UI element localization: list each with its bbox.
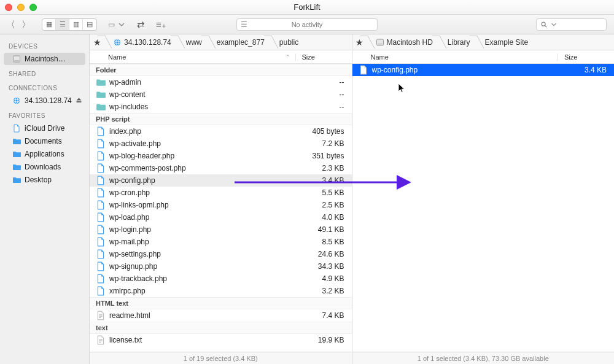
php-icon	[96, 163, 106, 173]
file-name: wp-admin	[109, 78, 295, 87]
file-row[interactable]: wp-signup.php 34.3 KB	[90, 260, 352, 273]
maximize-window-button[interactable]	[29, 4, 37, 11]
file-row[interactable]: wp-load.php 4.0 KB	[90, 211, 352, 223]
file-row[interactable]: wp-login.php 49.1 KB	[90, 223, 352, 236]
file-name: wp-load.php	[109, 213, 295, 222]
sidebar-section-header: FAVORITES	[0, 107, 89, 122]
file-size: 3.4 KB	[295, 176, 352, 185]
view-mode-segmented[interactable]: ▦ ☰ ▥ ▤	[42, 18, 97, 31]
main-area: DEVICES Macintosh… SHAREDCONNECTIONS 34.…	[0, 34, 614, 364]
file-row[interactable]: readme.html 7.4 KB	[90, 309, 352, 322]
hdd-icon	[376, 38, 384, 47]
status-bar: 1 of 1 selected (3.4 KB), 73.30 GB avail…	[352, 352, 615, 364]
php-icon	[96, 225, 106, 234]
file-name: wp-content	[109, 90, 295, 99]
sidebar-item[interactable]: iCloud Drive	[4, 122, 85, 134]
breadcrumb-label: Macintosh HD	[387, 38, 433, 47]
file-row[interactable]: wp-settings.php 24.6 KB	[90, 248, 352, 260]
file-list[interactable]: wp-config.php 3.4 KB	[352, 64, 615, 352]
file-row[interactable]: xmlrpc.php 3.2 KB	[90, 285, 352, 297]
file-size: 7.2 KB	[295, 139, 352, 148]
file-name: wp-includes	[109, 103, 295, 111]
column-size[interactable]: Size	[558, 53, 614, 61]
breadcrumb-label: 34.130.128.74	[124, 38, 171, 47]
folder-icon	[12, 137, 21, 145]
breadcrumb-item[interactable]: Example Site	[476, 34, 535, 50]
transfer-queue-button[interactable]: ≡₊	[156, 20, 166, 29]
breadcrumb-item[interactable]: public	[271, 34, 305, 50]
column-size[interactable]: Size	[295, 53, 352, 61]
php-icon	[96, 126, 106, 136]
file-size: 2.3 KB	[295, 164, 352, 172]
file-row[interactable]: wp-mail.php 8.5 KB	[90, 236, 352, 248]
globe-icon	[12, 96, 21, 105]
file-name: license.txt	[109, 336, 295, 344]
php-icon	[96, 212, 106, 222]
file-name: wp-signup.php	[109, 262, 295, 271]
folder-icon	[96, 77, 106, 87]
php-icon	[96, 274, 106, 284]
file-name: wp-login.php	[109, 225, 295, 234]
file-row[interactable]: wp-trackback.php 4.9 KB	[90, 273, 352, 285]
nav-back-button[interactable]: 〈	[6, 20, 15, 29]
sidebar-item[interactable]: Desktop	[4, 174, 85, 186]
file-list[interactable]: Folder wp-admin -- wp-content -- wp-incl…	[90, 64, 352, 352]
php-icon	[96, 151, 106, 161]
breadcrumb-item[interactable]: Macintosh HD	[367, 34, 439, 50]
column-header: Name Size	[352, 50, 615, 64]
file-name: index.php	[109, 127, 295, 136]
minimize-window-button[interactable]	[17, 4, 25, 11]
breadcrumb-item[interactable]: 34.130.128.74	[104, 34, 177, 50]
right-pane: ★ Macintosh HD Library Example Site Name…	[352, 34, 615, 364]
file-row[interactable]: wp-config.php 3.4 KB	[90, 174, 352, 187]
close-window-button[interactable]	[5, 4, 12, 11]
php-icon	[96, 237, 106, 247]
php-icon	[96, 176, 106, 185]
menu-icon: ☰	[241, 20, 247, 29]
file-name: readme.html	[109, 311, 295, 320]
file-row[interactable]: index.php 405 bytes	[90, 125, 352, 137]
doc-white-icon	[359, 65, 368, 75]
path-bar: ★ Macintosh HD Library Example Site	[352, 34, 615, 50]
chevron-down-icon	[550, 21, 558, 28]
sidebar: DEVICES Macintosh… SHAREDCONNECTIONS 34.…	[0, 34, 90, 364]
file-row[interactable]: wp-comments-post.php 2.3 KB	[90, 162, 352, 174]
breadcrumb-label: examplec_877	[217, 38, 265, 47]
sidebar-item[interactable]: 34.130.128.74	[4, 95, 85, 107]
sync-button[interactable]: ⇄	[137, 20, 145, 29]
column-name[interactable]: Name	[352, 53, 558, 61]
sidebar-item[interactable]: Downloads	[4, 161, 85, 173]
left-pane: ★ 34.130.128.74 www examplec_877 public …	[90, 34, 352, 364]
file-size: 3.2 KB	[295, 287, 352, 295]
file-row[interactable]: wp-blog-header.php 351 bytes	[90, 150, 352, 162]
file-name: wp-config.php	[109, 176, 295, 185]
file-row[interactable]: wp-activate.php 7.2 KB	[90, 137, 352, 150]
file-name: xmlrpc.php	[109, 287, 295, 295]
search-icon	[540, 21, 548, 28]
php-icon	[96, 249, 106, 259]
titlebar: ForkLift	[0, 0, 614, 15]
action-menu-button[interactable]: ▭	[108, 20, 126, 29]
search-field[interactable]	[536, 18, 607, 31]
breadcrumb-item[interactable]: examplec_877	[208, 34, 271, 50]
file-row[interactable]: wp-admin --	[90, 76, 352, 88]
file-name: wp-mail.php	[109, 238, 295, 246]
php-icon	[96, 139, 106, 149]
sidebar-item[interactable]: Macintosh…	[4, 53, 85, 65]
eject-icon[interactable]	[76, 97, 82, 105]
sidebar-item[interactable]: Applications	[4, 148, 85, 160]
file-row[interactable]: wp-includes --	[90, 101, 352, 113]
file-row[interactable]: wp-config.php 3.4 KB	[352, 64, 615, 76]
file-row[interactable]: wp-cron.php 5.5 KB	[90, 187, 352, 199]
column-name[interactable]: Name ⌃	[90, 53, 295, 61]
sidebar-item[interactable]: Documents	[4, 135, 85, 147]
activity-indicator: ☰ No activity	[236, 18, 378, 31]
file-row[interactable]: wp-links-opml.php 2.5 KB	[90, 199, 352, 211]
status-bar: 1 of 19 selected (3.4 KB)	[90, 352, 352, 364]
file-row[interactable]: wp-content --	[90, 88, 352, 101]
nav-forward-button[interactable]: 〉	[21, 20, 31, 29]
folder-icon	[96, 90, 106, 99]
sidebar-section-header: SHARED	[0, 66, 89, 80]
file-size: 351 bytes	[295, 152, 352, 160]
file-row[interactable]: license.txt 19.9 KB	[90, 334, 352, 346]
